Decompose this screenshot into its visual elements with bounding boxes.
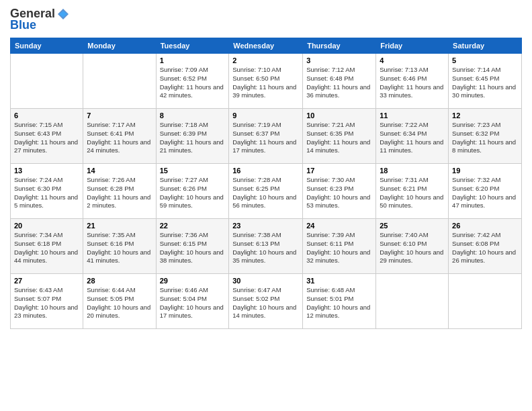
day-number: 29 <box>160 277 226 285</box>
calendar-cell: 9Sunrise: 7:19 AM Sunset: 6:37 PM Daylig… <box>229 109 303 164</box>
day-info: Sunrise: 6:47 AM Sunset: 5:02 PM Dayligh… <box>232 286 299 320</box>
calendar-cell: 16Sunrise: 7:28 AM Sunset: 6:25 PM Dayli… <box>229 164 303 219</box>
calendar-cell: 7Sunrise: 7:17 AM Sunset: 6:41 PM Daylig… <box>83 109 156 164</box>
calendar-week-row: 13Sunrise: 7:24 AM Sunset: 6:30 PM Dayli… <box>11 164 522 219</box>
day-number: 16 <box>232 167 299 175</box>
day-of-week-header: Tuesday <box>156 38 229 54</box>
day-of-week-header: Monday <box>83 38 156 54</box>
calendar-cell: 27Sunrise: 6:43 AM Sunset: 5:07 PM Dayli… <box>11 274 83 329</box>
day-number: 23 <box>232 222 299 230</box>
day-info: Sunrise: 7:09 AM Sunset: 6:52 PM Dayligh… <box>160 66 226 100</box>
day-of-week-header: Friday <box>376 38 449 54</box>
day-info: Sunrise: 7:40 AM Sunset: 6:10 PM Dayligh… <box>380 231 445 265</box>
logo: General Blue <box>10 7 70 32</box>
day-info: Sunrise: 7:21 AM Sunset: 6:35 PM Dayligh… <box>306 121 372 155</box>
calendar-cell: 13Sunrise: 7:24 AM Sunset: 6:30 PM Dayli… <box>11 164 83 219</box>
day-number: 24 <box>306 222 372 230</box>
day-info: Sunrise: 6:43 AM Sunset: 5:07 PM Dayligh… <box>14 286 79 320</box>
day-info: Sunrise: 6:46 AM Sunset: 5:04 PM Dayligh… <box>160 286 226 320</box>
calendar-cell: 21Sunrise: 7:35 AM Sunset: 6:16 PM Dayli… <box>83 219 156 274</box>
day-number: 10 <box>306 111 372 120</box>
day-info: Sunrise: 7:42 AM Sunset: 6:08 PM Dayligh… <box>452 231 518 265</box>
calendar-cell: 12Sunrise: 7:23 AM Sunset: 6:32 PM Dayli… <box>449 109 522 164</box>
calendar-cell: 1Sunrise: 7:09 AM Sunset: 6:52 PM Daylig… <box>156 54 229 109</box>
day-info: Sunrise: 7:38 AM Sunset: 6:13 PM Dayligh… <box>232 231 299 265</box>
calendar-cell: 15Sunrise: 7:27 AM Sunset: 6:26 PM Dayli… <box>156 164 229 219</box>
day-number: 20 <box>14 222 79 230</box>
calendar-cell: 22Sunrise: 7:36 AM Sunset: 6:15 PM Dayli… <box>156 219 229 274</box>
day-number: 5 <box>452 56 518 64</box>
day-info: Sunrise: 6:48 AM Sunset: 5:01 PM Dayligh… <box>306 286 372 320</box>
day-info: Sunrise: 7:36 AM Sunset: 6:15 PM Dayligh… <box>160 231 226 265</box>
calendar-cell: 20Sunrise: 7:34 AM Sunset: 6:18 PM Dayli… <box>11 219 83 274</box>
day-number: 6 <box>14 111 79 120</box>
day-number: 18 <box>380 167 445 175</box>
day-info: Sunrise: 7:28 AM Sunset: 6:25 PM Dayligh… <box>232 176 299 210</box>
calendar-cell <box>376 274 449 329</box>
day-number: 30 <box>232 277 299 285</box>
calendar-cell: 24Sunrise: 7:39 AM Sunset: 6:11 PM Dayli… <box>303 219 376 274</box>
day-of-week-header: Wednesday <box>229 38 303 54</box>
day-number: 14 <box>87 167 152 175</box>
day-number: 22 <box>160 222 226 230</box>
day-number: 2 <box>232 56 299 64</box>
day-number: 28 <box>87 277 152 285</box>
day-number: 3 <box>306 56 372 64</box>
calendar-week-row: 20Sunrise: 7:34 AM Sunset: 6:18 PM Dayli… <box>11 219 522 274</box>
day-number: 9 <box>232 111 299 120</box>
day-number: 27 <box>14 277 79 285</box>
day-number: 19 <box>452 167 518 175</box>
day-info: Sunrise: 7:39 AM Sunset: 6:11 PM Dayligh… <box>306 231 372 265</box>
calendar-cell: 29Sunrise: 6:46 AM Sunset: 5:04 PM Dayli… <box>156 274 229 329</box>
calendar-header-row: SundayMondayTuesdayWednesdayThursdayFrid… <box>11 38 522 54</box>
day-info: Sunrise: 7:23 AM Sunset: 6:32 PM Dayligh… <box>452 121 518 155</box>
day-of-week-header: Saturday <box>449 38 522 54</box>
page-header: General Blue <box>10 7 522 32</box>
day-info: Sunrise: 6:44 AM Sunset: 5:05 PM Dayligh… <box>87 286 152 320</box>
day-number: 26 <box>452 222 518 230</box>
day-info: Sunrise: 7:27 AM Sunset: 6:26 PM Dayligh… <box>160 176 226 210</box>
calendar-cell: 23Sunrise: 7:38 AM Sunset: 6:13 PM Dayli… <box>229 219 303 274</box>
day-number: 17 <box>306 167 372 175</box>
calendar-cell: 6Sunrise: 7:15 AM Sunset: 6:43 PM Daylig… <box>11 109 83 164</box>
calendar-cell: 30Sunrise: 6:47 AM Sunset: 5:02 PM Dayli… <box>229 274 303 329</box>
calendar-cell: 4Sunrise: 7:13 AM Sunset: 6:46 PM Daylig… <box>376 54 449 109</box>
day-of-week-header: Sunday <box>11 38 83 54</box>
logo-blue-text: Blue <box>10 18 36 32</box>
day-info: Sunrise: 7:18 AM Sunset: 6:39 PM Dayligh… <box>160 121 226 155</box>
day-info: Sunrise: 7:13 AM Sunset: 6:46 PM Dayligh… <box>380 66 445 100</box>
logo-icon <box>56 7 70 21</box>
calendar-cell <box>11 54 83 109</box>
calendar-cell: 5Sunrise: 7:14 AM Sunset: 6:45 PM Daylig… <box>449 54 522 109</box>
calendar-cell: 18Sunrise: 7:31 AM Sunset: 6:21 PM Dayli… <box>376 164 449 219</box>
day-number: 21 <box>87 222 152 230</box>
calendar-cell <box>449 274 522 329</box>
day-number: 8 <box>160 111 226 120</box>
day-info: Sunrise: 7:31 AM Sunset: 6:21 PM Dayligh… <box>380 176 445 210</box>
day-number: 12 <box>452 111 518 120</box>
calendar-week-row: 1Sunrise: 7:09 AM Sunset: 6:52 PM Daylig… <box>11 54 522 109</box>
day-info: Sunrise: 7:32 AM Sunset: 6:20 PM Dayligh… <box>452 176 518 210</box>
calendar-cell: 2Sunrise: 7:10 AM Sunset: 6:50 PM Daylig… <box>229 54 303 109</box>
day-info: Sunrise: 7:35 AM Sunset: 6:16 PM Dayligh… <box>87 231 152 265</box>
day-number: 15 <box>160 167 226 175</box>
calendar-cell: 11Sunrise: 7:22 AM Sunset: 6:34 PM Dayli… <box>376 109 449 164</box>
calendar-cell: 25Sunrise: 7:40 AM Sunset: 6:10 PM Dayli… <box>376 219 449 274</box>
calendar-cell: 10Sunrise: 7:21 AM Sunset: 6:35 PM Dayli… <box>303 109 376 164</box>
day-info: Sunrise: 7:26 AM Sunset: 6:28 PM Dayligh… <box>87 176 152 210</box>
day-number: 25 <box>380 222 445 230</box>
day-info: Sunrise: 7:19 AM Sunset: 6:37 PM Dayligh… <box>232 121 299 155</box>
calendar-cell: 8Sunrise: 7:18 AM Sunset: 6:39 PM Daylig… <box>156 109 229 164</box>
day-info: Sunrise: 7:24 AM Sunset: 6:30 PM Dayligh… <box>14 176 79 210</box>
day-info: Sunrise: 7:34 AM Sunset: 6:18 PM Dayligh… <box>14 231 79 265</box>
day-info: Sunrise: 7:14 AM Sunset: 6:45 PM Dayligh… <box>452 66 518 100</box>
calendar-cell: 28Sunrise: 6:44 AM Sunset: 5:05 PM Dayli… <box>83 274 156 329</box>
day-number: 11 <box>380 111 445 120</box>
day-info: Sunrise: 7:22 AM Sunset: 6:34 PM Dayligh… <box>380 121 445 155</box>
calendar-table: SundayMondayTuesdayWednesdayThursdayFrid… <box>10 38 522 329</box>
day-number: 13 <box>14 167 79 175</box>
day-of-week-header: Thursday <box>303 38 376 54</box>
calendar-cell: 3Sunrise: 7:12 AM Sunset: 6:48 PM Daylig… <box>303 54 376 109</box>
calendar-cell: 19Sunrise: 7:32 AM Sunset: 6:20 PM Dayli… <box>449 164 522 219</box>
calendar-week-row: 6Sunrise: 7:15 AM Sunset: 6:43 PM Daylig… <box>11 109 522 164</box>
